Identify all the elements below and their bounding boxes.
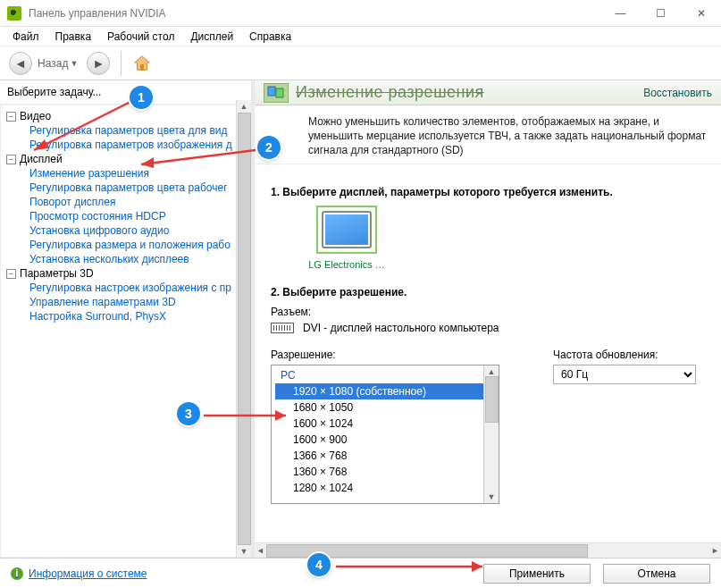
scroll-up-icon[interactable]: ▲ (488, 367, 496, 376)
scroll-left-icon[interactable]: ◄ (256, 546, 264, 555)
collapse-icon[interactable]: − (6, 269, 16, 279)
tree-item[interactable]: Регулировка настроек изображения с пр (29, 281, 250, 295)
svg-marker-10 (472, 561, 482, 572)
scroll-up-icon[interactable]: ▲ (240, 102, 248, 111)
annotation-bubble-1: 1 (130, 86, 153, 109)
menu-display[interactable]: Дисплей (183, 29, 240, 45)
tree-item[interactable]: Настройка Surround, PhysX (29, 309, 250, 323)
page-header-icon (264, 83, 289, 103)
step1-heading: 1. Выберите дисплей, параметры которого … (271, 186, 705, 198)
nvidia-icon (7, 6, 21, 21)
resolution-option[interactable]: 1680 × 1050 (275, 399, 499, 416)
dvi-connector-icon (271, 323, 294, 333)
refresh-rate-select[interactable]: 60 Гц (553, 365, 696, 384)
home-icon[interactable] (132, 54, 152, 73)
back-label[interactable]: Назад▼ (38, 57, 78, 70)
cancel-button[interactable]: Отмена (603, 564, 710, 584)
maximize-button[interactable]: ☐ (641, 0, 681, 26)
resolution-scrollbar[interactable]: ▲ ▼ (483, 365, 499, 503)
svg-rect-2 (276, 88, 283, 97)
collapse-icon[interactable]: − (6, 155, 16, 164)
svg-rect-0 (140, 63, 144, 69)
annotation-arrow-4 (332, 559, 493, 574)
svg-marker-6 (141, 157, 154, 168)
scroll-thumb[interactable] (485, 376, 499, 423)
connector-label: Разъем: (271, 306, 705, 318)
annotation-arrow-1 (18, 97, 134, 159)
annotation-bubble-4: 4 (307, 553, 331, 576)
svg-rect-1 (268, 87, 275, 96)
toolbar-separator (121, 51, 122, 76)
apply-button[interactable]: Применить (483, 564, 591, 584)
page-title: Изменение разрешения (296, 83, 484, 102)
tree-item[interactable]: Поворот дисплея (29, 195, 250, 209)
display-selector[interactable]: LG Electronics … (303, 206, 390, 270)
tree-item[interactable]: Регулировка параметров цвета рабочег (29, 181, 250, 195)
resolution-option[interactable]: 1280 × 1024 (275, 480, 499, 496)
menu-help[interactable]: Справка (242, 29, 298, 45)
back-button[interactable]: ◄ (9, 52, 32, 75)
toolbar: ◄ Назад▼ ► (0, 46, 721, 80)
system-info-link[interactable]: i Информация о системе (11, 567, 147, 580)
svg-marker-8 (275, 410, 286, 421)
restore-defaults-link[interactable]: Восстановить (643, 87, 712, 99)
resolution-option[interactable]: 1366 × 768 (275, 448, 499, 464)
svg-line-5 (141, 150, 256, 164)
menu-desktop[interactable]: Рабочий стол (100, 29, 181, 45)
tree-item[interactable]: Регулировка размера и положения рабо (29, 238, 250, 252)
menu-edit[interactable]: Правка (48, 29, 99, 45)
svg-marker-4 (34, 139, 48, 150)
window-title: Панель управления NVIDIA (29, 7, 600, 20)
close-button[interactable]: ✕ (681, 0, 721, 26)
titlebar: Панель управления NVIDIA — ☐ ✕ (0, 0, 721, 27)
page-description: Можно уменьшить количество элементов, от… (255, 105, 721, 164)
svg-line-3 (34, 102, 130, 150)
menu-file[interactable]: Файл (5, 29, 46, 45)
connector-value: DVI - дисплей настольного компьютера (303, 322, 499, 334)
tree-item[interactable]: Управление параметрами 3D (29, 295, 250, 309)
scroll-thumb[interactable] (238, 113, 251, 545)
scroll-down-icon[interactable]: ▼ (240, 547, 248, 556)
annotation-arrow-2 (125, 145, 259, 172)
refresh-rate-label: Частота обновления: (553, 349, 696, 361)
annotation-bubble-3: 3 (177, 402, 200, 425)
resolution-option[interactable]: 1600 × 900 (275, 432, 499, 448)
tree-item[interactable]: Установка нескольких дисплеев (29, 252, 250, 266)
task-tree: − Видео Регулировка параметров цвета для… (0, 105, 251, 558)
forward-button[interactable]: ► (87, 52, 110, 75)
info-icon: i (11, 567, 23, 580)
collapse-icon[interactable]: − (6, 112, 16, 122)
page-header: Изменение разрешения Восстановить (255, 80, 721, 105)
step2-heading: 2. Выберите разрешение. (271, 286, 705, 298)
resolution-list[interactable]: PC 1920 × 1080 (собственное) 1680 × 1050… (271, 365, 499, 504)
resolution-label: Разрешение: (271, 349, 499, 361)
scroll-right-icon[interactable]: ► (711, 546, 719, 555)
monitor-icon (322, 211, 372, 248)
resolution-category: PC (275, 367, 499, 383)
tree-group-3d[interactable]: − Параметры 3D (3, 266, 250, 281)
tree-item[interactable]: Просмотр состояния HDCP (29, 209, 250, 223)
scroll-down-icon[interactable]: ▼ (488, 492, 496, 501)
main-panel: Изменение разрешения Восстановить Можно … (255, 80, 721, 558)
tree-item[interactable]: Установка цифрового аудио (29, 223, 250, 238)
resolution-option[interactable]: 1360 × 768 (275, 464, 499, 480)
minimize-button[interactable]: — (600, 0, 641, 26)
menubar: Файл Правка Рабочий стол Дисплей Справка (0, 27, 721, 46)
resolution-option[interactable]: 1600 × 1024 (275, 416, 499, 432)
resolution-option[interactable]: 1920 × 1080 (собственное) (275, 383, 499, 399)
monitor-label: LG Electronics … (308, 259, 385, 270)
annotation-arrow-3 (200, 408, 298, 423)
annotation-bubble-2: 2 (257, 136, 281, 159)
